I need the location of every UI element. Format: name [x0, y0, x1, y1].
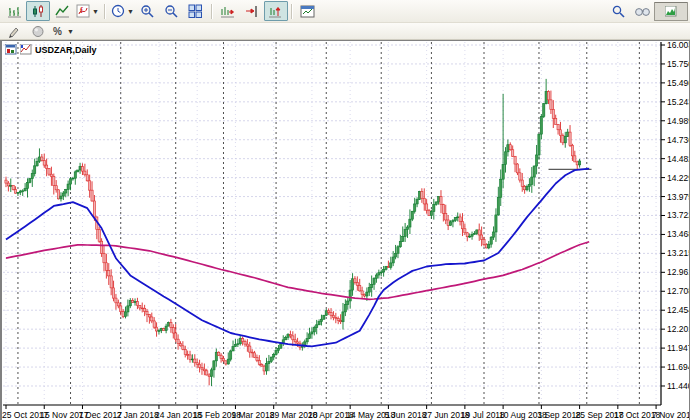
- svg-text:13.4685: 13.4685: [667, 229, 689, 239]
- svg-text:14.7360: 14.7360: [667, 135, 689, 145]
- new-chart-button[interactable]: [296, 1, 320, 21]
- zoom-out-icon: [164, 4, 179, 19]
- pencil-button[interactable]: [2, 24, 26, 39]
- tile-windows-icon: [188, 4, 203, 19]
- ellipse-button[interactable]: [26, 24, 50, 39]
- svg-text:7 Dec 2017: 7 Dec 2017: [78, 410, 122, 420]
- chart-shift-button[interactable]: [264, 1, 288, 21]
- toolbar-separator: [211, 4, 213, 19]
- svg-text:13.9755: 13.9755: [667, 192, 689, 202]
- main-toolbar: f▼▼: [0, 0, 690, 23]
- svg-text:15.4965: 15.4965: [667, 78, 689, 88]
- svg-text:12.2010: 12.2010: [667, 324, 689, 334]
- line-chart-button[interactable]: [50, 1, 74, 21]
- svg-text:14.4825: 14.4825: [667, 154, 689, 164]
- svg-text:12.9615: 12.9615: [667, 267, 689, 277]
- svg-text:9 Mar 2018: 9 Mar 2018: [231, 410, 274, 420]
- svg-text:11.4405: 11.4405: [667, 381, 689, 391]
- candlesticks-button[interactable]: [26, 1, 50, 21]
- svg-text:2 Jan 2018: 2 Jan 2018: [117, 410, 159, 420]
- candlesticks-icon: [31, 4, 46, 19]
- svg-text:5 Jun 2018: 5 Jun 2018: [384, 410, 426, 420]
- toolbar-separator: [291, 4, 293, 19]
- pencil-icon: [7, 25, 21, 38]
- binoculars-icon: [634, 4, 651, 19]
- bar-chart-icon: [7, 4, 22, 19]
- timeframe-clock-icon: [111, 4, 126, 19]
- mini-chart-icon: [665, 6, 677, 17]
- mini-chart-button[interactable]: [654, 2, 688, 21]
- svg-text:f: f: [80, 6, 83, 15]
- dropdown-caret-icon: ▼: [92, 8, 99, 15]
- new-chart-icon: [300, 4, 316, 19]
- zoom-in-button[interactable]: [136, 1, 160, 21]
- ellipse-icon: [31, 25, 45, 38]
- indicators-button[interactable]: f▼: [74, 1, 101, 21]
- svg-text:12.7080: 12.7080: [667, 286, 689, 296]
- zoom-in-icon: [140, 4, 155, 19]
- svg-text:15.7500: 15.7500: [667, 59, 689, 69]
- binoculars-button[interactable]: [630, 1, 654, 21]
- svg-text:11.6940: 11.6940: [667, 362, 689, 372]
- timeframe-clock-button[interactable]: ▼: [109, 1, 136, 21]
- svg-text:3 Sep 2018: 3 Sep 2018: [537, 410, 581, 420]
- svg-text:13.7220: 13.7220: [667, 210, 689, 220]
- svg-text:14.2290: 14.2290: [667, 173, 689, 183]
- svg-text:16.0035: 16.0035: [667, 41, 689, 50]
- chart-window: USDZAR,Daily 16.003515.750015.496515.243…: [0, 40, 690, 420]
- search-button[interactable]: [606, 1, 630, 21]
- percent-button[interactable]: %▼: [50, 24, 76, 39]
- svg-text:11.9475: 11.9475: [667, 343, 689, 353]
- chart-title-overlay: USDZAR,Daily: [5, 44, 97, 55]
- chart-window-icon: [5, 44, 17, 55]
- bar-chart-button[interactable]: [2, 1, 26, 21]
- line-chart-icon: [55, 4, 70, 19]
- indicators-icon: f: [76, 4, 91, 19]
- svg-text:12.4545: 12.4545: [667, 305, 689, 315]
- auto-scroll-icon: [220, 4, 235, 19]
- svg-text:13.2150: 13.2150: [667, 248, 689, 258]
- zoom-out-button[interactable]: [160, 1, 184, 21]
- chart-symbol-label: USDZAR,Daily: [35, 45, 97, 55]
- mt4-application: f▼▼ %▼ USDZAR,Daily 16.003515.750015.496…: [0, 0, 690, 420]
- svg-text:15.2430: 15.2430: [667, 97, 689, 107]
- tile-windows-button[interactable]: [184, 1, 208, 21]
- toolbar-separator: [104, 4, 106, 19]
- shift-end-icon: [244, 4, 259, 19]
- line-studies-toolbar: %▼: [0, 23, 690, 40]
- svg-text:7 Nov 2018: 7 Nov 2018: [652, 410, 689, 420]
- symbol-chart-icon: [20, 44, 32, 55]
- percent-icon: %: [52, 25, 66, 38]
- svg-text:14.9895: 14.9895: [667, 116, 689, 126]
- dropdown-caret-icon: ▼: [67, 28, 74, 35]
- chart-shift-icon: [268, 4, 283, 19]
- dropdown-caret-icon: ▼: [127, 8, 134, 15]
- auto-scroll-button[interactable]: [216, 1, 240, 21]
- shift-end-button[interactable]: [240, 1, 264, 21]
- search-icon: [611, 4, 626, 19]
- chart-canvas[interactable]: 16.003515.750015.496515.243014.989514.73…: [2, 41, 689, 420]
- svg-text:%: %: [53, 26, 62, 37]
